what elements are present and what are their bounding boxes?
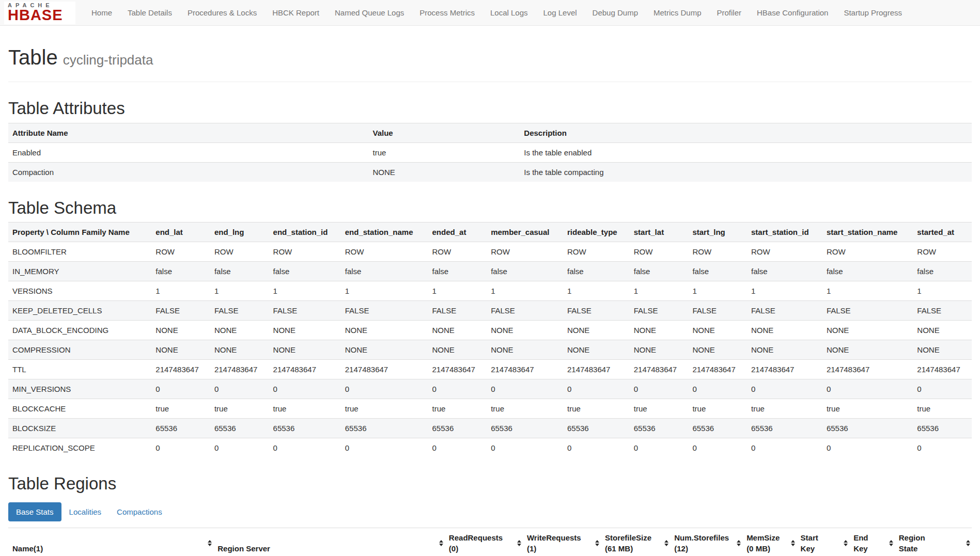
nav-item-profiler[interactable]: Profiler: [709, 0, 750, 26]
nav-item-process-metrics[interactable]: Process Metrics: [412, 0, 483, 26]
sort-up-arrow: [844, 540, 848, 543]
schema-value-cell: 65536: [487, 419, 563, 438]
schema-value-cell: false: [822, 262, 913, 281]
schema-value-cell: FALSE: [822, 301, 913, 321]
nav-item-local-logs[interactable]: Local Logs: [483, 0, 536, 26]
column-label-line: State: [899, 543, 963, 554]
nav-item-home[interactable]: Home: [84, 0, 120, 26]
schema-value-cell: NONE: [487, 321, 563, 340]
schema-column-started-at: started_at: [913, 223, 972, 242]
nav-item-procedures-locks[interactable]: Procedures & Locks: [180, 0, 265, 26]
sort-up-arrow: [664, 540, 668, 543]
sort-icon: [737, 540, 741, 546]
regions-column-num-storefiles-12[interactable]: Num.Storefiles(12): [670, 528, 742, 556]
schema-value-cell: 0: [822, 379, 913, 399]
attributes-heading: Table Attributes: [8, 100, 972, 118]
schema-value-cell: true: [269, 399, 341, 419]
hbase-logo[interactable]: APACHE HBASE: [4, 2, 75, 24]
schema-column-end-station-id: end_station_id: [269, 223, 341, 242]
regions-column-start-key[interactable]: StartKey: [797, 528, 850, 556]
regions-header-row: Name(1)Region ServerReadRequests(0)Write…: [8, 528, 972, 556]
attribute-row: EnabledtrueIs the table enabled: [8, 142, 972, 162]
schema-value-cell: true: [747, 399, 822, 419]
sort-icon: [791, 540, 795, 546]
schema-value-cell: 65536: [210, 419, 269, 438]
regions-column-memsize-0-mb[interactable]: MemSize(0 MB): [742, 528, 796, 556]
schema-value-cell: 0: [688, 379, 747, 399]
schema-value-cell: 1: [269, 281, 341, 301]
attributes-column-attribute-name: Attribute Name: [8, 123, 369, 142]
nav-item-named-queue-logs[interactable]: Named Queue Logs: [327, 0, 412, 26]
schema-value-cell: NONE: [428, 321, 487, 340]
schema-value-cell: NONE: [487, 340, 563, 360]
schema-value-cell: ROW: [563, 242, 630, 262]
schema-value-cell: 2147483647: [563, 360, 630, 379]
attribute-name-cell: Enabled: [8, 142, 369, 162]
sort-up-arrow: [791, 540, 795, 543]
schema-row: DATA_BLOCK_ENCODINGNONENONENONENONENONEN…: [8, 321, 972, 340]
regions-column-region-server[interactable]: Region Server: [213, 528, 445, 556]
schema-value-cell: FALSE: [747, 301, 822, 321]
nav-item-metrics-dump[interactable]: Metrics Dump: [646, 0, 709, 26]
regions-column-storefilesize-61-mb[interactable]: StorefileSize(61 MB): [601, 528, 670, 556]
schema-value-cell: 65536: [341, 419, 428, 438]
schema-value-cell: false: [487, 262, 563, 281]
regions-column-writerequests-1[interactable]: WriteRequests(1): [523, 528, 601, 556]
schema-value-cell: NONE: [428, 340, 487, 360]
attributes-header-row: Attribute NameValueDescription: [8, 123, 972, 142]
nav-item-startup-progress[interactable]: Startup Progress: [836, 0, 910, 26]
schema-value-cell: 1: [913, 281, 972, 301]
tab-base-stats[interactable]: Base Stats: [8, 502, 61, 521]
schema-value-cell: 1: [747, 281, 822, 301]
regions-column-name-1[interactable]: Name(1): [8, 528, 213, 556]
sort-up-arrow: [208, 540, 212, 543]
regions-column-readrequests-0[interactable]: ReadRequests(0): [445, 528, 523, 556]
schema-value-cell: 0: [913, 379, 972, 399]
column-label-line: (61 MB): [605, 543, 662, 554]
nav-item-debug-dump[interactable]: Debug Dump: [585, 0, 646, 26]
schema-column-ended-at: ended_at: [428, 223, 487, 242]
schema-value-cell: NONE: [269, 321, 341, 340]
schema-value-cell: 1: [563, 281, 630, 301]
schema-value-cell: 65536: [747, 419, 822, 438]
schema-value-cell: ROW: [428, 242, 487, 262]
schema-value-cell: FALSE: [563, 301, 630, 321]
schema-value-cell: 1: [630, 281, 689, 301]
column-label-line: StorefileSize: [605, 532, 662, 543]
schema-value-cell: 0: [341, 379, 428, 399]
tab-localities[interactable]: Localities: [61, 502, 110, 521]
column-label-line: (0): [449, 543, 515, 554]
schema-column-start-station-name: start_station_name: [822, 223, 913, 242]
nav-item-hbase-configuration[interactable]: HBase Configuration: [749, 0, 836, 26]
column-label-line: ReadRequests: [449, 532, 515, 543]
page-subtitle: cycling-tripdata: [63, 52, 153, 68]
nav-item-hbck-report[interactable]: HBCK Report: [265, 0, 327, 26]
schema-value-cell: NONE: [630, 340, 689, 360]
schema-value-cell: FALSE: [210, 301, 269, 321]
page-header: Tablecycling-tripdata: [8, 46, 972, 82]
schema-value-cell: 0: [341, 438, 428, 458]
column-label-line: MemSize: [746, 532, 788, 543]
schema-value-cell: FALSE: [269, 301, 341, 321]
schema-value-cell: 65536: [630, 419, 689, 438]
tab-compactions[interactable]: Compactions: [109, 502, 170, 521]
schema-value-cell: 1: [428, 281, 487, 301]
schema-value-cell: NONE: [688, 321, 747, 340]
sort-down-arrow: [844, 544, 848, 546]
schema-value-cell: 0: [913, 438, 972, 458]
schema-property-cell: DATA_BLOCK_ENCODING: [8, 321, 151, 340]
nav-item-table-details[interactable]: Table Details: [120, 0, 180, 26]
nav-item-log-level[interactable]: Log Level: [536, 0, 585, 26]
schema-value-cell: NONE: [563, 321, 630, 340]
schema-property-cell: VERSIONS: [8, 281, 151, 301]
sort-down-arrow: [737, 544, 741, 546]
schema-value-cell: 2147483647: [822, 360, 913, 379]
schema-value-cell: 65536: [428, 419, 487, 438]
schema-value-cell: 65536: [151, 419, 210, 438]
schema-value-cell: 0: [428, 438, 487, 458]
regions-column-region-state[interactable]: RegionState: [895, 528, 972, 556]
regions-column-end-key[interactable]: EndKey: [849, 528, 895, 556]
schema-value-cell: true: [563, 399, 630, 419]
column-label-line: (1): [527, 543, 593, 554]
schema-value-cell: 0: [747, 438, 822, 458]
